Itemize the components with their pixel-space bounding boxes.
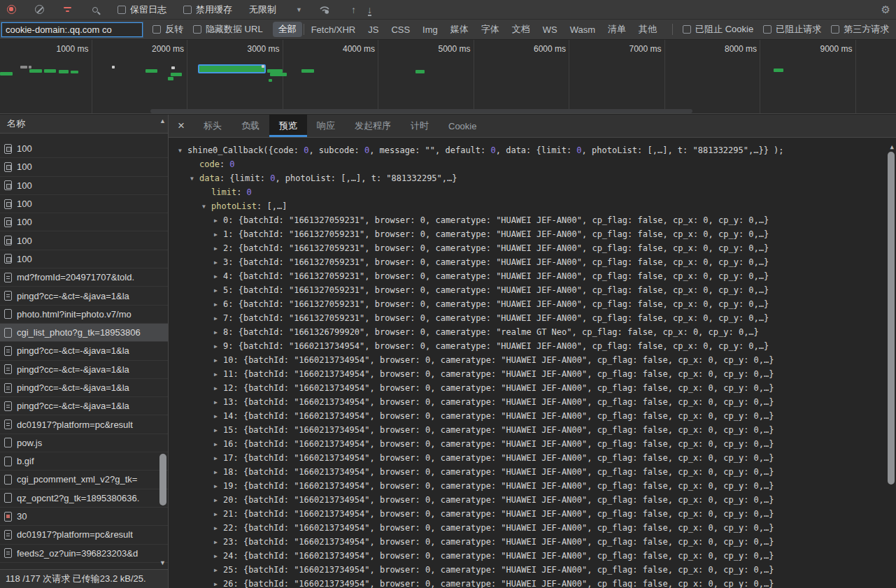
resource-type-chip[interactable]: 媒体: [445, 22, 474, 37]
detail-tab[interactable]: 响应: [307, 115, 345, 137]
disclosure-icon[interactable]: ▶: [214, 522, 223, 536]
request-row[interactable]: 100: [0, 231, 168, 250]
blocked-requests-checkbox[interactable]: [763, 25, 771, 34]
tree-line[interactable]: ▶18: {batchId: "1660213734954", browser:…: [169, 465, 886, 479]
disclosure-icon[interactable]: ▶: [214, 564, 223, 578]
disclosure-icon[interactable]: ▶: [214, 354, 223, 368]
tree-line[interactable]: ▶0: {batchId: "1661327059231", browser: …: [169, 213, 886, 227]
import-har-button[interactable]: ↑: [351, 5, 356, 15]
hide-data-url-checkbox[interactable]: [193, 25, 201, 34]
disclosure-icon[interactable]: ▶: [214, 270, 223, 284]
disclosure-icon[interactable]: ▶: [214, 578, 223, 588]
request-row[interactable]: 100: [0, 140, 168, 158]
tree-line[interactable]: ▶9: {batchId: "1660213734954", browser: …: [169, 339, 886, 353]
blocked-requests-toggle[interactable]: 已阻止请求: [763, 23, 821, 36]
tree-line[interactable]: ▶5: {batchId: "1661327059231", browser: …: [169, 283, 886, 297]
name-column-header[interactable]: 名称: [0, 115, 168, 134]
disclosure-icon[interactable]: ▶: [214, 480, 223, 494]
network-overview[interactable]: 1000 ms2000 ms3000 ms4000 ms5000 ms6000 …: [0, 40, 896, 114]
request-row[interactable]: md?fromId=204971707&told.: [0, 268, 168, 287]
blocked-cookies-toggle[interactable]: 已阻止 Cookie: [683, 23, 753, 36]
request-row[interactable]: pow.js: [0, 434, 168, 452]
tree-line[interactable]: ▶12: {batchId: "1660213734954", browser:…: [169, 381, 886, 395]
resource-type-chip[interactable]: 全部: [273, 22, 302, 37]
detail-tab[interactable]: 发起程序: [345, 115, 401, 137]
invert-checkbox[interactable]: [152, 25, 161, 34]
tree-line[interactable]: ▶25: {batchId: "1660213734954", browser:…: [169, 563, 886, 577]
tree-line[interactable]: ▶21: {batchId: "1660213734954", browser:…: [169, 507, 886, 521]
preview-scroll-up-icon[interactable]: ▲: [890, 143, 894, 150]
disclosure-icon[interactable]: ▶: [214, 326, 223, 340]
disclosure-icon[interactable]: ▶: [214, 228, 223, 242]
disclosure-icon[interactable]: ▶: [214, 424, 223, 438]
disclosure-icon[interactable]: ▶: [214, 284, 223, 298]
request-row[interactable]: feeds2_oz?uin=396823203&d: [0, 545, 168, 563]
disclosure-icon[interactable]: ▶: [214, 242, 223, 256]
export-har-button[interactable]: ↓: [367, 5, 372, 15]
third-party-toggle[interactable]: 第三方请求: [831, 23, 889, 36]
request-row[interactable]: pingd?cc=-&ct=-&java=1&la: [0, 287, 168, 305]
disclosure-icon[interactable]: ▼: [202, 200, 211, 214]
request-row[interactable]: dc01917?platform=pc&result: [0, 415, 168, 433]
resource-type-chip[interactable]: 清单: [602, 22, 632, 37]
preserve-log-toggle[interactable]: 保留日志: [118, 3, 166, 16]
tree-line[interactable]: ▶13: {batchId: "1660213734954", browser:…: [169, 395, 886, 409]
request-row[interactable]: pingd?cc=-&ct=-&java=1&la: [0, 342, 168, 360]
disable-cache-toggle[interactable]: 禁用缓存: [183, 3, 232, 16]
blocked-cookies-checkbox[interactable]: [683, 25, 691, 34]
close-icon[interactable]: ×: [169, 115, 194, 137]
tree-line[interactable]: ▼photoList: [,…]: [169, 199, 886, 213]
detail-tab[interactable]: 计时: [401, 115, 439, 137]
disclosure-icon[interactable]: ▶: [214, 494, 223, 508]
sidebar-scrollbar-thumb[interactable]: [159, 454, 166, 505]
invert-filter-toggle[interactable]: 反转: [152, 23, 183, 36]
disclosure-icon[interactable]: ▶: [214, 508, 223, 522]
filter-toggle-button[interactable]: [62, 4, 73, 15]
tree-line[interactable]: ▶3: {batchId: "1661327059231", browser: …: [169, 255, 886, 269]
sidebar-scroll-up-icon[interactable]: ▲: [159, 117, 166, 124]
sidebar-scroll-down-icon[interactable]: ▼: [159, 559, 166, 566]
resource-type-chip[interactable]: Fetch/XHR: [306, 23, 362, 36]
filter-input[interactable]: [1, 22, 143, 37]
request-row[interactable]: 100: [0, 213, 168, 231]
request-row[interactable]: 30: [0, 508, 168, 526]
detail-tab[interactable]: 标头: [194, 115, 232, 137]
network-conditions-button[interactable]: [319, 4, 330, 15]
disable-cache-checkbox[interactable]: [183, 6, 192, 14]
overview-window-band[interactable]: [150, 109, 692, 113]
tree-line[interactable]: ▶2: {batchId: "1661327059231", browser: …: [169, 241, 886, 255]
disclosure-icon[interactable]: ▶: [214, 368, 223, 382]
tree-line[interactable]: ▶19: {batchId: "1660213734954", browser:…: [169, 479, 886, 493]
tree-line[interactable]: ▶22: {batchId: "1660213734954", browser:…: [169, 521, 886, 535]
tree-line[interactable]: ▶16: {batchId: "1660213734954", browser:…: [169, 437, 886, 451]
tree-line[interactable]: ▼data: {limit: 0, photoList: [,…], t: "8…: [169, 171, 886, 185]
resource-type-chip[interactable]: 其他: [633, 22, 662, 37]
hide-data-url-toggle[interactable]: 隐藏数据 URL: [193, 23, 263, 36]
request-row[interactable]: pingd?cc=-&ct=-&java=1&la: [0, 397, 168, 415]
request-row[interactable]: qz_opcnt2?g_tk=1895380636.: [0, 489, 168, 508]
tree-line[interactable]: ▶11: {batchId: "1660213734954", browser:…: [169, 367, 886, 381]
resource-type-chip[interactable]: WS: [537, 23, 563, 36]
resource-type-chip[interactable]: Img: [417, 23, 443, 36]
tree-line[interactable]: ▶4: {batchId: "1661327059231", browser: …: [169, 269, 886, 283]
request-row[interactable]: cgi_list_photo?g_tk=18953806: [0, 324, 168, 342]
throttling-select[interactable]: 无限制 ▼: [249, 3, 302, 16]
tree-line[interactable]: ▶23: {batchId: "1660213734954", browser:…: [169, 535, 886, 549]
tree-line[interactable]: ▶24: {batchId: "1660213734954", browser:…: [169, 549, 886, 563]
tree-line[interactable]: ▶10: {batchId: "1660213734954", browser:…: [169, 353, 886, 367]
detail-tab[interactable]: 负载: [232, 115, 269, 137]
request-row[interactable]: cgi_pcomment_xml_v2?g_tk=: [0, 471, 168, 489]
detail-tab[interactable]: Cookie: [439, 115, 486, 137]
resource-type-chip[interactable]: 文档: [506, 22, 536, 37]
disclosure-icon[interactable]: ▶: [214, 550, 223, 564]
request-row[interactable]: b.gif: [0, 452, 168, 471]
resource-type-chip[interactable]: Wasm: [564, 23, 601, 36]
request-row[interactable]: photo.html?init=photo.v7/mo: [0, 306, 168, 324]
disclosure-icon[interactable]: ▶: [214, 214, 223, 228]
tree-line[interactable]: limit: 0: [169, 185, 886, 199]
settings-gear-icon[interactable]: ⚙: [881, 3, 890, 16]
disclosure-icon[interactable]: ▶: [214, 256, 223, 270]
tree-line[interactable]: ▶14: {batchId: "1660213734954", browser:…: [169, 409, 886, 423]
disclosure-icon[interactable]: ▼: [190, 172, 199, 186]
tree-line[interactable]: ▶6: {batchId: "1661327059231", browser: …: [169, 297, 886, 311]
